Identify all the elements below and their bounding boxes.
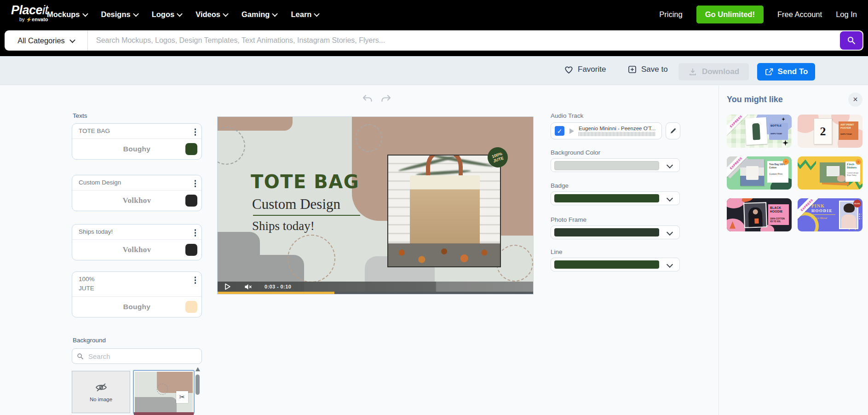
text-color-swatch[interactable] (185, 143, 197, 155)
suggestion-thumb-bottle[interactable]: BOTTLE SHIPS TODAY EXPRESS (727, 115, 792, 148)
audio-track-row: ✓ Eugenio Mininni - Peenzee O'T... (551, 122, 662, 139)
log-in-link[interactable]: Log In (836, 10, 857, 19)
close-suggestions-button[interactable]: × (848, 92, 862, 107)
chevron-down-icon (177, 11, 183, 17)
suggestion-thumb-pink-hoodie[interactable]: PINK HOODIE Fleece Blend XS-XXL EXPRESS (798, 198, 862, 231)
kebab-menu-icon[interactable] (194, 228, 197, 237)
text-color-swatch[interactable] (185, 244, 197, 256)
suggestion-thumb-art-print[interactable]: 2 ART PRINT POSTER SHIPS TODAY (798, 115, 862, 148)
chevron-down-icon (667, 162, 673, 168)
thumb-text-card: BOTTLE SHIPS TODAY (769, 123, 788, 140)
audio-play-button[interactable] (569, 128, 574, 134)
player-time: 0:03 - 0:10 (264, 284, 291, 289)
font-name: Volkhov (123, 196, 151, 205)
chevron-down-icon (667, 261, 673, 268)
search-icon (77, 353, 84, 360)
dashed-circle (496, 245, 533, 282)
thumb-decor (752, 123, 760, 140)
mute-button[interactable] (244, 283, 252, 290)
audio-enabled-checkbox[interactable]: ✓ (555, 126, 564, 136)
kebab-menu-icon[interactable] (194, 179, 197, 188)
menu-logos[interactable]: Logos (152, 10, 182, 19)
menu-mockups[interactable]: Mockups (47, 10, 87, 19)
background-panel-title: Background (73, 337, 106, 344)
send-to-button[interactable]: Send To (757, 63, 815, 81)
search-button[interactable] (840, 31, 862, 50)
chevron-down-icon (223, 11, 229, 17)
save-to-button[interactable]: Save to (627, 60, 668, 79)
audio-track-info: Eugenio Mininni - Peenzee O'T... (579, 126, 656, 136)
menu-learn[interactable]: Learn (291, 10, 319, 19)
photo-frame-label: Photo Frame (551, 216, 586, 223)
player-progress-track[interactable] (218, 292, 533, 294)
font-selector[interactable]: Boughy (72, 297, 201, 317)
background-search-input[interactable] (87, 352, 197, 361)
color-swatch (554, 260, 659, 269)
text-value-field[interactable]: TOTE BAG (72, 124, 201, 139)
suggestion-thumb-black-hoodie[interactable]: BLACK HOODIE 100% COTTON XS TO XXL (727, 198, 792, 231)
redo-button[interactable] (380, 93, 392, 105)
text-value-field[interactable]: 100% JUTE (72, 272, 201, 297)
top-nav: Placeit by ⚡envato Mockups Designs Logos… (0, 0, 868, 29)
category-dropdown[interactable]: All Categories (5, 36, 87, 45)
chevron-down-icon (82, 11, 88, 17)
search-icon (847, 36, 856, 45)
canvas-subheadline: Custom Design (252, 196, 340, 213)
menu-designs[interactable]: Designs (101, 10, 138, 19)
menu-videos[interactable]: Videos (195, 10, 228, 19)
thumb-decor (841, 214, 856, 228)
thumb-photo: 2 (814, 118, 832, 144)
share-icon (765, 68, 774, 76)
menu-gaming[interactable]: Gaming (241, 10, 277, 19)
placeit-logo[interactable]: Placeit by ⚡envato (11, 4, 48, 22)
line-label: Line (551, 248, 563, 255)
suggestion-thumb-tote-bag[interactable]: Tote Bag 100% Cotton Custom Print EXPRES… (727, 156, 792, 190)
line-dropdown[interactable] (551, 258, 680, 271)
thumb-shape (135, 397, 177, 412)
scrollbar-up-arrow[interactable] (195, 367, 200, 371)
heart-icon (564, 65, 574, 74)
chevron-down-icon (272, 11, 278, 17)
leaves-ground (388, 243, 500, 266)
background-option-selected[interactable]: ✂ (133, 370, 195, 414)
kebab-menu-icon[interactable] (194, 276, 197, 285)
background-option-partial[interactable] (134, 412, 194, 415)
text-color-swatch[interactable] (185, 301, 197, 313)
search-input[interactable] (88, 36, 863, 45)
download-button[interactable]: Download (678, 63, 749, 81)
thumb-text-card: PINK HOODIE Fleece Blend (811, 203, 835, 219)
download-icon (688, 67, 697, 76)
background-search-box (72, 348, 202, 364)
player-progress-fill (218, 292, 334, 294)
chevron-down-icon (314, 11, 320, 17)
font-selector[interactable]: Boughy (72, 139, 201, 159)
search-bar-row: All Categories (0, 29, 868, 56)
favorite-button[interactable]: Favorite (564, 60, 606, 79)
badge-dropdown[interactable] (551, 191, 680, 205)
font-selector[interactable]: Volkhov (72, 190, 201, 211)
go-unlimited-button[interactable]: Go Unlimited! (696, 6, 764, 23)
background-option-no-image[interactable]: No image (72, 371, 130, 413)
free-account-link[interactable]: Free Account (777, 10, 822, 19)
audio-edit-button[interactable] (666, 122, 680, 139)
scrollbar-thumb[interactable] (195, 375, 200, 395)
texts-panel-title: Texts (73, 112, 87, 119)
background-color-dropdown[interactable] (551, 158, 680, 172)
main-menu: Mockups Designs Logos Videos Gaming Lear… (47, 0, 319, 29)
kebab-menu-icon[interactable] (194, 127, 197, 137)
search-bar: All Categories (5, 30, 863, 51)
flower-decoration (856, 159, 861, 165)
font-selector[interactable]: Volkhov (72, 240, 201, 260)
text-value-field[interactable]: Ships today! (72, 225, 201, 240)
suggestion-thumb-stickers[interactable]: 2 Inch Stickers Custom design Ships Toda… (798, 156, 862, 190)
photo-frame-dropdown[interactable] (551, 225, 680, 239)
text-color-swatch[interactable] (185, 195, 197, 207)
undo-button[interactable] (362, 93, 374, 105)
text-item-card: TOTE BAG Boughy (72, 123, 202, 160)
chevron-down-icon (667, 195, 673, 202)
text-value-field[interactable]: Custom Design (72, 175, 201, 190)
pricing-link[interactable]: Pricing (659, 10, 682, 19)
thumb-decor (798, 158, 816, 170)
video-preview-canvas[interactable]: TOTE BAG Custom Design Ships today! 100%… (218, 117, 533, 294)
play-button[interactable] (224, 283, 231, 290)
